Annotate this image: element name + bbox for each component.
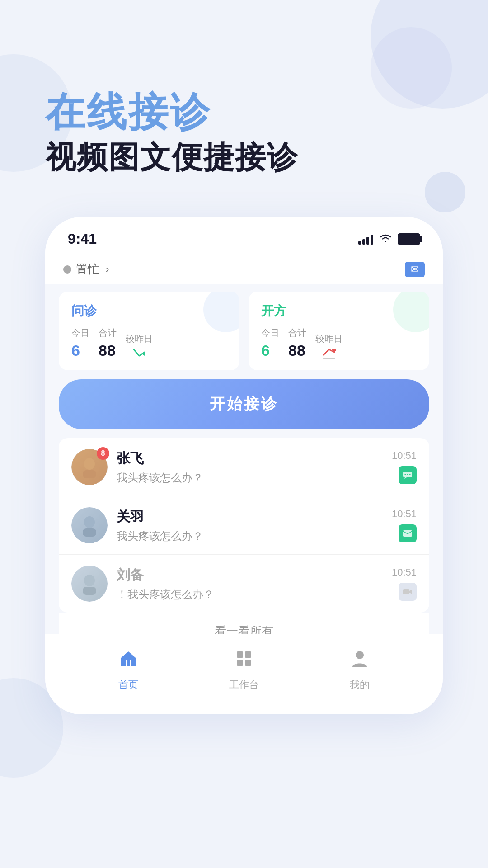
patient-item[interactable]: 刘备 ！我头疼该怎么办？ 10:51 xyxy=(59,555,429,613)
nav-label-mine: 我的 xyxy=(350,678,370,692)
svg-rect-12 xyxy=(83,587,96,595)
svg-rect-16 xyxy=(245,651,251,658)
patient-info-2: 关羽 我头疼该怎么办？ xyxy=(117,508,392,543)
svg-rect-3 xyxy=(83,470,96,478)
card-decoration xyxy=(203,292,239,332)
kaifang-total-label: 合计 xyxy=(288,327,306,339)
status-dot xyxy=(63,265,71,274)
svg-rect-14 xyxy=(127,660,130,666)
patient-name-2: 关羽 xyxy=(117,508,392,526)
svg-point-2 xyxy=(84,458,95,470)
patient-badge-1: 8 xyxy=(97,447,109,460)
nav-label-workbench: 工作台 xyxy=(229,678,259,692)
svg-rect-18 xyxy=(245,660,251,666)
card-wenzhen[interactable]: 问诊 今日 6 合计 88 较昨日 xyxy=(59,292,239,370)
wifi-icon xyxy=(379,232,392,246)
wenzhen-total-value: 88 xyxy=(99,342,116,359)
patient-meta-1: 10:51 xyxy=(392,450,417,484)
status-label: 置忙 xyxy=(76,261,99,277)
avatar-wrap-2 xyxy=(71,507,108,543)
wenzhen-today-label: 今日 xyxy=(71,327,89,339)
home-icon xyxy=(117,648,139,675)
patient-list: 8 张飞 我头疼该怎么办？ 10:51 xyxy=(59,438,429,613)
grid-icon xyxy=(233,648,255,675)
nav-item-home[interactable]: 首页 xyxy=(117,648,139,692)
svg-point-19 xyxy=(356,651,364,659)
status-bar: 9:41 xyxy=(45,217,443,254)
kaifang-trend: 较昨日 xyxy=(315,327,343,359)
patient-msg-2: 我头疼该怎么办？ xyxy=(117,529,392,543)
mail-icon[interactable] xyxy=(405,262,425,277)
svg-rect-9 xyxy=(83,528,96,537)
wenzhen-today: 今日 6 xyxy=(71,327,89,359)
avatar-guanyu xyxy=(71,507,108,543)
patient-msg-3: ！我头疼该怎么办？ xyxy=(117,587,392,602)
avatar-wrap-3 xyxy=(71,566,108,602)
kaifang-today: 今日 6 xyxy=(261,327,279,359)
wenzhen-stats: 今日 6 合计 88 较昨日 xyxy=(71,327,227,359)
trend-down-icon xyxy=(132,348,146,359)
signal-icon xyxy=(358,234,373,245)
kaifang-today-label: 今日 xyxy=(261,327,279,339)
bottom-nav: 首页 工作台 我的 xyxy=(45,634,443,714)
header-section: 在线接诊 视频图文便捷接诊 xyxy=(45,90,298,175)
wenzhen-total-label: 合计 xyxy=(99,327,117,339)
app-topbar: 置忙 › xyxy=(45,254,443,284)
start-consultation-button[interactable]: 开始接诊 xyxy=(59,379,429,429)
svg-rect-15 xyxy=(237,651,243,658)
mail-icon-patient-2 xyxy=(399,524,417,542)
kaifang-stats: 今日 6 合计 88 较昨日 xyxy=(261,327,417,359)
patient-item[interactable]: 关羽 我头疼该怎么办？ 10:51 xyxy=(59,496,429,555)
wenzhen-today-value: 6 xyxy=(71,342,80,359)
avatar-liubei xyxy=(71,566,108,602)
patient-meta-2: 10:51 xyxy=(392,508,417,542)
svg-point-11 xyxy=(84,575,95,586)
kaifang-total-value: 88 xyxy=(288,342,305,359)
trend-line xyxy=(323,358,335,359)
chevron-right-icon: › xyxy=(106,264,109,275)
svg-point-8 xyxy=(84,516,95,528)
status-icons xyxy=(358,232,420,246)
patient-msg-1: 我头疼该怎么办？ xyxy=(117,471,392,485)
video-icon xyxy=(399,583,417,601)
card-decoration-green xyxy=(393,292,429,332)
svg-rect-17 xyxy=(237,660,243,666)
svg-point-6 xyxy=(407,474,408,475)
status-dot-area[interactable]: 置忙 › xyxy=(63,261,109,277)
battery-icon xyxy=(398,233,420,245)
card-kaifang[interactable]: 开方 今日 6 合计 88 较昨日 xyxy=(249,292,429,370)
page-subtitle: 视频图文便捷接诊 xyxy=(45,139,298,176)
trend-up-icon xyxy=(322,348,336,357)
nav-label-home: 首页 xyxy=(118,678,138,692)
nav-item-mine[interactable]: 我的 xyxy=(349,648,371,692)
bg-decoration-circle-5 xyxy=(425,172,465,212)
patient-info-1: 张飞 我头疼该怎么办？ xyxy=(117,449,392,485)
kaifang-today-value: 6 xyxy=(261,342,270,359)
patient-time-3: 10:51 xyxy=(392,566,417,578)
kaifang-total: 合计 88 xyxy=(288,327,306,359)
svg-rect-13 xyxy=(403,589,409,594)
status-time: 9:41 xyxy=(68,231,97,247)
patient-info-3: 刘备 ！我头疼该怎么办？ xyxy=(117,566,392,602)
nav-item-workbench[interactable]: 工作台 xyxy=(229,648,259,692)
patient-time-2: 10:51 xyxy=(392,508,417,520)
stats-row: 问诊 今日 6 合计 88 较昨日 xyxy=(59,292,429,370)
wenzhen-trend-label: 较昨日 xyxy=(126,333,153,345)
kaifang-trend-label: 较昨日 xyxy=(315,333,343,345)
patient-name-3: 刘备 xyxy=(117,566,392,585)
page-title: 在线接诊 xyxy=(45,90,298,134)
phone-mockup: 9:41 置忙 › xyxy=(45,217,443,714)
avatar-wrap-1: 8 xyxy=(71,449,108,485)
patient-name-1: 张飞 xyxy=(117,449,392,468)
wenzhen-total: 合计 88 xyxy=(99,327,117,359)
patient-time-1: 10:51 xyxy=(392,450,417,462)
svg-point-5 xyxy=(405,474,406,475)
svg-point-7 xyxy=(409,474,411,475)
svg-rect-10 xyxy=(403,530,412,537)
patient-item[interactable]: 8 张飞 我头疼该怎么办？ 10:51 xyxy=(59,438,429,496)
wenzhen-trend: 较昨日 xyxy=(126,327,153,359)
chat-icon xyxy=(399,466,417,484)
patient-meta-3: 10:51 xyxy=(392,566,417,601)
bg-decoration-circle-2 xyxy=(371,27,452,108)
person-icon xyxy=(349,648,371,675)
